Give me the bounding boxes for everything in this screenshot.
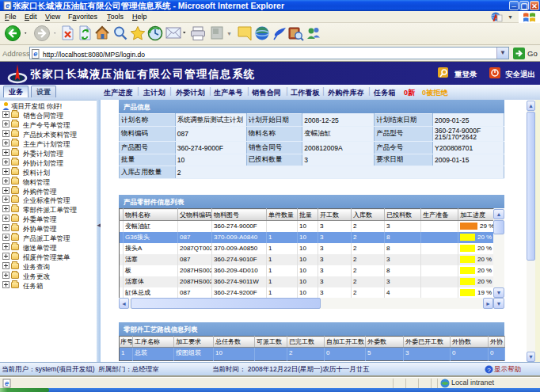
svg-text:e: e	[6, 2, 10, 10]
svg-text:e: e	[33, 50, 37, 58]
svg-text:?: ?	[487, 367, 491, 374]
svg-text:e: e	[5, 379, 9, 387]
